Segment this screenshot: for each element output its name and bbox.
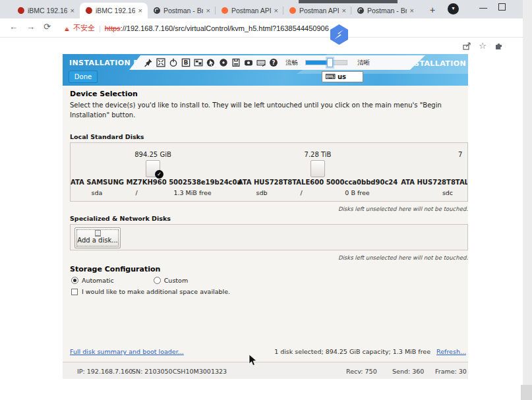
status-sn: SN: 2103050CSH10M3001323 bbox=[132, 368, 227, 375]
kvm-toolbar: B ? 流畅 清晰 bbox=[129, 55, 425, 70]
quality-smooth-label: 流畅 bbox=[285, 59, 298, 67]
svg-text:B: B bbox=[184, 59, 189, 66]
radio-custom[interactable] bbox=[154, 277, 161, 284]
extensions-icon[interactable] bbox=[493, 41, 504, 51]
disk-drive-icon bbox=[310, 160, 325, 177]
close-tab-icon[interactable]: × bbox=[409, 7, 415, 14]
status-send: Send: 360 bbox=[392, 368, 424, 375]
keyboard-layout-indicator[interactable]: ⌨ us bbox=[322, 71, 363, 82]
tab-postman-api-2[interactable]: Postman API Platfo × bbox=[283, 3, 351, 18]
mouse-icon[interactable] bbox=[206, 58, 216, 67]
additional-space-label: I would like to make additional space av… bbox=[82, 288, 230, 295]
disk-sep: / bbox=[120, 189, 153, 196]
media-control-button[interactable]: ▾ bbox=[448, 3, 459, 14]
tab-title: iBMC 192.168.7.16 bbox=[28, 7, 67, 14]
quality-slider-handle[interactable] bbox=[327, 58, 333, 67]
disk-sdc-partial[interactable]: 7 ATA HUS728T8TAL sdc bbox=[400, 143, 468, 202]
disk-dev: sda bbox=[74, 189, 120, 196]
refresh-link[interactable]: Refresh... bbox=[436, 348, 466, 355]
disk-drive-icon: ✓ bbox=[146, 160, 160, 177]
close-tab-icon[interactable]: × bbox=[205, 7, 212, 14]
address-bar[interactable]: ▲! 不安全 | https ://192.168.7.160/src/virt… bbox=[63, 23, 329, 33]
virtual-keyboard-icon[interactable] bbox=[256, 58, 266, 67]
tab-title: Postman API Platfo bbox=[299, 7, 339, 14]
selected-check-icon: ✓ bbox=[155, 170, 163, 179]
power-icon[interactable] bbox=[169, 58, 178, 67]
kvm-status-bar: IP: 192.168.7.160 SN: 2103050CSH10M30013… bbox=[63, 362, 468, 379]
tab-title: iBMC 192.168.7.16 bbox=[96, 7, 135, 14]
done-button[interactable]: Done bbox=[69, 71, 98, 83]
forward-button[interactable]: → bbox=[26, 22, 35, 32]
tab-postman-api-1[interactable]: Postman API Platfo × bbox=[216, 3, 283, 18]
tab-postman-browser-1[interactable]: Postman - Browse × bbox=[148, 3, 216, 18]
disk-sep: / bbox=[285, 189, 318, 196]
status-ip: IP: 192.168.7.160 bbox=[77, 368, 133, 375]
share-icon[interactable] bbox=[461, 41, 472, 51]
floppy-icon[interactable] bbox=[231, 58, 241, 67]
back-button[interactable]: ← bbox=[9, 22, 18, 32]
network-disks-panel: Add a disk... bbox=[70, 224, 468, 250]
disk-name: ATA SAMSUNG MZ7KH960 5002538e19b24c0a bbox=[71, 179, 235, 186]
cd-rom-icon[interactable] bbox=[219, 58, 228, 67]
globe-favicon bbox=[357, 7, 364, 14]
disk-dev-row: sda / 1.3 MiB free bbox=[71, 189, 235, 196]
desktop-edge bbox=[523, 0, 532, 400]
disk-sdb[interactable]: 7.28 TiB ATA HUS728T8TALE600 5000cca0bbd… bbox=[235, 143, 400, 202]
address-divider: | bbox=[99, 24, 101, 32]
status-recv: Recv: 750 bbox=[346, 368, 377, 375]
new-tab-button[interactable]: + bbox=[425, 3, 440, 18]
reload-button[interactable]: ⟳ bbox=[44, 22, 51, 32]
tab-ibmc-1[interactable]: iBMC 192.168.7.16 × bbox=[12, 3, 80, 18]
globe-favicon bbox=[154, 7, 160, 14]
close-tab-icon[interactable]: × bbox=[273, 7, 280, 14]
tab-ibmc-2-active[interactable]: iBMC 192.168.7.16 × bbox=[80, 3, 148, 18]
radio-automatic-label: Automatic bbox=[82, 277, 114, 284]
tab-title: Postman - Browse bbox=[163, 7, 203, 14]
add-disk-label: Add a disk... bbox=[75, 237, 120, 244]
close-tab-icon[interactable]: × bbox=[137, 7, 144, 14]
partitioning-options: Automatic Custom bbox=[71, 277, 188, 284]
pin-icon[interactable] bbox=[144, 58, 153, 67]
tab-title: Postman API Platfo bbox=[231, 7, 271, 14]
screen-layout-icon[interactable] bbox=[194, 58, 203, 67]
maximize-button[interactable] bbox=[498, 3, 506, 11]
minimize-button[interactable]: — bbox=[476, 2, 490, 15]
anaconda-header: INSTALLATION DESTINATION STALLATION Done… bbox=[63, 54, 468, 86]
screen: { "colors": { "header_blue": "#49a8de", … bbox=[0, 0, 532, 400]
disk-name: ATA HUS728T8TAL bbox=[400, 179, 468, 186]
disk-free: 1.3 MiB free bbox=[153, 189, 232, 196]
postman-favicon bbox=[222, 7, 228, 14]
postman-favicon bbox=[289, 7, 296, 14]
url-scheme: https bbox=[105, 24, 121, 32]
quality-slider[interactable] bbox=[305, 60, 347, 65]
additional-space-checkbox[interactable] bbox=[71, 289, 78, 295]
disk-size: 7.28 TiB bbox=[235, 151, 400, 158]
full-disk-summary-link[interactable]: Full disk summary and boot loader... bbox=[70, 348, 184, 355]
mouse-cursor bbox=[249, 354, 257, 369]
browser-toolbar: ← → ⟳ ▲! 不安全 | https ://192.168.7.160/sr… bbox=[0, 18, 532, 38]
device-selection-description: Select the device(s) you'd like to insta… bbox=[70, 100, 460, 120]
close-tab-icon[interactable]: × bbox=[69, 7, 76, 14]
disk-size: 7 bbox=[458, 151, 468, 158]
disk-name: ATA HUS728T8TALE600 5000cca0bbd90c24 bbox=[235, 179, 400, 186]
radio-custom-label: Custom bbox=[164, 277, 188, 284]
disk-dev-row: sdb / 0 B free bbox=[235, 189, 400, 196]
radio-automatic[interactable] bbox=[71, 277, 78, 284]
device-selection-heading: Device Selection bbox=[70, 90, 138, 98]
fullscreen-icon[interactable] bbox=[156, 58, 165, 67]
disk-free: 0 B free bbox=[318, 189, 397, 196]
tab-postman-browser-2[interactable]: Postman - Browse × bbox=[351, 3, 419, 18]
add-disk-button[interactable]: Add a disk... bbox=[74, 227, 121, 248]
local-disks-panel: 894.25 GiB ✓ ATA SAMSUNG MZ7KH960 500253… bbox=[70, 142, 468, 202]
local-disks-label: Local Standard Disks bbox=[70, 133, 144, 140]
close-tab-icon[interactable]: × bbox=[341, 7, 347, 14]
disk-sda[interactable]: 894.25 GiB ✓ ATA SAMSUNG MZ7KH960 500253… bbox=[71, 143, 235, 202]
tab-strip: iBMC 192.168.7.16 × iBMC 192.168.7.16 × … bbox=[0, 0, 532, 18]
url-text: ://192.168.7.160/src/virtualControl/kvm_… bbox=[121, 24, 329, 32]
record-icon[interactable] bbox=[244, 58, 253, 67]
thunder-download-icon[interactable] bbox=[328, 24, 350, 45]
send-key-b-icon[interactable]: B bbox=[181, 58, 191, 67]
bookmark-star-icon[interactable]: ☆ bbox=[477, 41, 488, 51]
help-icon[interactable]: ? bbox=[269, 58, 278, 67]
quality-clear-label: 清晰 bbox=[357, 59, 370, 67]
